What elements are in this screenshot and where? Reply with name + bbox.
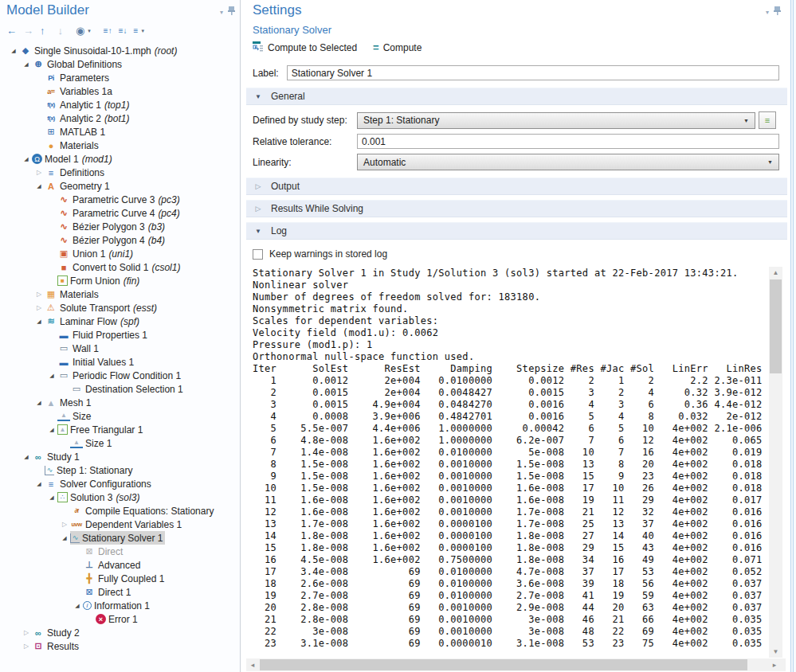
node-text-icon[interactable]: ≡ — [134, 25, 139, 37]
tree-item-global-definitions[interactable]: ◢⊕Global Definitions — [0, 57, 240, 71]
collapse-arrow-icon[interactable]: ◢ — [33, 318, 45, 325]
tree-item-fully-coupled-1[interactable]: ╋Fully Coupled 1 — [0, 572, 240, 585]
section-output[interactable]: ▷ Output — [246, 178, 787, 195]
expand-all-icon[interactable]: ≡↑ — [104, 25, 112, 37]
expand-arrow-icon[interactable]: ▷ — [33, 169, 45, 176]
tree-item-solute-transport-esst[interactable]: ▷⚠Solute Transport(esst) — [0, 301, 240, 315]
label-input[interactable] — [287, 65, 779, 80]
scroll-left-icon[interactable]: ◂ — [246, 658, 259, 671]
collapse-arrow-icon[interactable]: ◢ — [46, 373, 57, 379]
tree-item-analytic-2-bot1[interactable]: f(x)Analytic 2(bot1) — [0, 111, 240, 125]
move-down-icon[interactable]: ↓ — [58, 25, 64, 37]
expand-arrow-icon[interactable]: ▷ — [33, 291, 45, 298]
scroll-right-icon[interactable]: ▸ — [768, 658, 781, 671]
expand-arrow-icon[interactable]: ▷ — [21, 643, 32, 650]
tree-item-stationary-solver-1[interactable]: ◢∿Stationary Solver 1 — [0, 531, 240, 545]
tree-item-parametric-curve-3-pc3[interactable]: ∿Parametric Curve 3(pc3) — [0, 193, 240, 206]
tree-item-geometry-1[interactable]: ◢AGeometry 1 — [0, 179, 240, 193]
compute-button[interactable]: = Compute — [373, 41, 422, 53]
tree-item-b-zier-polygon-3-b3[interactable]: ∿Bézier Polygon 3(b3) — [0, 220, 240, 233]
tree-item-compile-equations-stationary[interactable]: ∂fCompile Equations: Stationary — [0, 504, 240, 518]
tree-item-form-union-fin[interactable]: ■Form Union(fin) — [0, 274, 240, 287]
tree-item-mesh-1[interactable]: ◢▲Mesh 1 — [0, 396, 240, 409]
compute-to-selected-button[interactable]: Compute to Selected — [253, 41, 357, 54]
settings-menu-caret-icon[interactable]: ▾ — [766, 9, 769, 16]
window-edge-splitter[interactable] — [787, 0, 796, 672]
linearity-select[interactable]: Automatic ▼ — [357, 154, 779, 170]
vertical-scroll-thumb[interactable] — [770, 279, 782, 373]
collapse-arrow-icon[interactable]: ◢ — [72, 603, 83, 609]
node-text-menu-caret-icon[interactable]: ▾ — [141, 25, 144, 37]
tree-item-matlab-1[interactable]: ⊞MATLAB 1 — [0, 125, 240, 139]
tree-item-analytic-1-top1[interactable]: f(x)Analytic 1(top1) — [0, 98, 240, 111]
collapse-arrow-icon[interactable]: ◢ — [46, 494, 57, 501]
tree-item-wall-1[interactable]: ▭Wall 1 — [0, 342, 240, 355]
settings-pin-icon[interactable] — [774, 5, 781, 19]
log-vertical-scrollbar[interactable]: ▲ ▼ — [769, 267, 782, 658]
tree-item-fluid-properties-1[interactable]: ▬Fluid Properties 1 — [0, 328, 240, 342]
defined-by-study-step-select[interactable]: Step 1: Stationary ▼ — [357, 112, 755, 129]
tree-item-parametric-curve-4-pc4[interactable]: ∿Parametric Curve 4(pc4) — [0, 206, 240, 220]
relative-tolerance-input[interactable] — [357, 134, 779, 149]
collapse-arrow-icon[interactable]: ◢ — [33, 481, 45, 487]
tree-item-direct-1[interactable]: ⊠Direct 1 — [0, 585, 240, 599]
tree-item-dependent-variables-1[interactable]: ▷uvwDependent Variables 1 — [0, 518, 240, 531]
tree-item-periodic-flow-condition-1[interactable]: ◢▭Periodic Flow Condition 1 — [0, 369, 240, 382]
tree-item-single-sinusoidal-10-1-mph-root[interactable]: ◢◆Single Sinusoidal-10-1.mph(root) — [0, 44, 240, 57]
scroll-down-icon[interactable]: ▼ — [769, 646, 782, 658]
tree-item-size[interactable]: ▲Size — [0, 409, 240, 423]
tree-item-variables-1a[interactable]: a=Variables 1a — [0, 84, 240, 98]
collapse-arrow-icon[interactable]: ◢ — [21, 454, 32, 460]
tree-item-definitions[interactable]: ▷≡Definitions — [0, 166, 240, 179]
tree-item-direct[interactable]: ⊠Direct — [0, 545, 240, 558]
back-icon[interactable]: ← — [6, 25, 17, 37]
tree-item-convert-to-solid-1-csol1[interactable]: ■Convert to Solid 1(csol1) — [0, 260, 240, 274]
go-to-source-button[interactable]: ≡ — [759, 111, 776, 129]
tree-item-materials[interactable]: ▷▦Materials — [0, 287, 240, 301]
log-horizontal-scrollbar[interactable]: ◂ ▸ — [246, 658, 786, 671]
tree-item-size-1[interactable]: ▲Size 1 — [0, 436, 240, 450]
tree-item-error-1[interactable]: ×Error 1 — [0, 612, 240, 626]
collapse-all-icon[interactable]: ≡↓ — [119, 25, 127, 37]
pin-icon[interactable] — [228, 5, 235, 19]
tree-item-b-zier-polygon-4-b4[interactable]: ∿Bézier Polygon 4(b4) — [0, 233, 240, 247]
section-log[interactable]: ▼ Log — [246, 222, 787, 240]
show-icon[interactable]: ◉ — [76, 25, 84, 37]
tree-item-laminar-flow-spf[interactable]: ◢≋Laminar Flow(spf) — [0, 315, 240, 328]
section-results-while-solving[interactable]: ▷ Results While Solving — [246, 200, 787, 217]
expand-arrow-icon[interactable]: ▷ — [21, 629, 32, 636]
tree-item-study-1[interactable]: ◢∞Study 1 — [0, 450, 240, 463]
expand-arrow-icon[interactable]: ▷ — [59, 521, 70, 528]
move-up-icon[interactable]: ↑ — [40, 25, 45, 37]
horizontal-scroll-thumb[interactable] — [260, 659, 747, 670]
keep-warnings-checkbox[interactable] — [253, 249, 263, 260]
section-general[interactable]: ▼ General — [246, 88, 787, 105]
collapse-arrow-icon[interactable]: ◢ — [33, 400, 45, 406]
tree-item-solver-configurations[interactable]: ◢≡Solver Configurations — [0, 477, 240, 490]
tree-item-union-1-uni1[interactable]: ▣Union 1(uni1) — [0, 247, 240, 260]
collapse-arrow-icon[interactable]: ◢ — [21, 156, 32, 162]
tree-item-results[interactable]: ▷⊡Results — [0, 639, 240, 653]
collapse-arrow-icon[interactable]: ◢ — [33, 183, 45, 189]
tree-item-step-1-stationary[interactable]: ∿Step 1: Stationary — [0, 463, 240, 477]
expand-arrow-icon[interactable]: ▷ — [33, 304, 45, 311]
show-menu-caret-icon[interactable]: ▾ — [88, 25, 91, 37]
tree-item-study-2[interactable]: ▷∞Study 2 — [0, 626, 240, 639]
tree-item-parameters[interactable]: PiParameters — [0, 71, 240, 84]
collapse-arrow-icon[interactable]: ◢ — [59, 535, 70, 541]
tree-item-solution-3-sol3[interactable]: ◢∴Solution 3(sol3) — [0, 490, 240, 504]
tree-item-destination-selection-1[interactable]: ▭Destination Selection 1 — [0, 382, 240, 396]
tree-item-information-1[interactable]: ◢iInformation 1 — [0, 599, 240, 612]
scroll-up-icon[interactable]: ▲ — [769, 267, 782, 279]
tree-item-advanced[interactable]: ⊥Advanced — [0, 558, 240, 572]
tree-item-initial-values-1[interactable]: ▬Initial Values 1 — [0, 355, 240, 369]
panel-splitter[interactable] — [241, 0, 246, 672]
collapse-arrow-icon[interactable]: ◢ — [8, 48, 19, 54]
panel-menu-caret-icon[interactable]: ▾ — [220, 9, 223, 16]
tree-item-free-triangular-1[interactable]: ◢▲Free Triangular 1 — [0, 423, 240, 436]
tree-item-model-1-mod1[interactable]: ◢ΩModel 1(mod1) — [0, 152, 240, 166]
forward-icon[interactable]: → — [23, 25, 33, 37]
tree-item-materials[interactable]: ●Materials — [0, 139, 240, 152]
collapse-arrow-icon[interactable]: ◢ — [46, 427, 57, 433]
collapse-arrow-icon[interactable]: ◢ — [21, 61, 32, 68]
